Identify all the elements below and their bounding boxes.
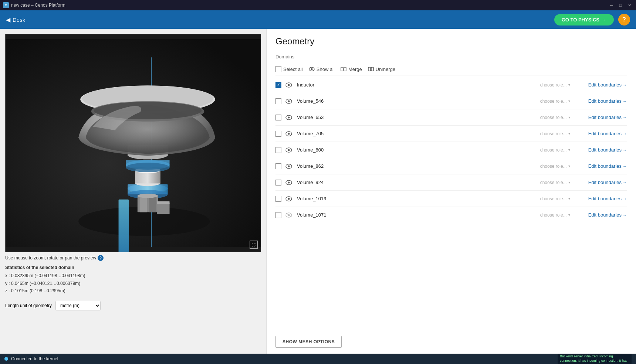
arrow-right-icon: → bbox=[623, 164, 627, 169]
svg-rect-11 bbox=[140, 196, 147, 212]
domain-checkbox[interactable] bbox=[275, 212, 281, 218]
domain-list: Inductorchoose role...▾Edit boundaries→ … bbox=[275, 77, 627, 330]
show-all-icon bbox=[309, 66, 315, 72]
merge-label: Merge bbox=[348, 67, 362, 72]
svg-rect-3 bbox=[119, 200, 129, 252]
expand-icon[interactable]: ⛶ bbox=[250, 241, 258, 249]
domain-checkbox[interactable] bbox=[275, 131, 281, 137]
domain-visibility-icon[interactable] bbox=[285, 98, 292, 105]
edit-boundaries-button[interactable]: Edit boundaries→ bbox=[588, 212, 627, 218]
domain-name: Volume_862 bbox=[297, 163, 540, 169]
stat-x: x : 0.082395m (−0.041198…0.041198m) bbox=[5, 272, 261, 279]
role-dropdown[interactable]: choose role...▾ bbox=[540, 131, 581, 136]
hint-row: Use mouse to zoom, rotate or pan the pre… bbox=[5, 255, 261, 261]
domain-checkbox[interactable] bbox=[275, 115, 281, 120]
domain-checkbox[interactable] bbox=[275, 180, 281, 186]
edit-boundaries-button[interactable]: Edit boundaries→ bbox=[588, 115, 627, 120]
domain-checkbox[interactable] bbox=[275, 163, 281, 169]
arrow-right-icon: → bbox=[602, 17, 606, 23]
nav-actions: GO TO PHYSICS → ? bbox=[554, 14, 630, 25]
domain-visibility-icon[interactable] bbox=[285, 81, 292, 89]
back-label: Desk bbox=[13, 17, 25, 23]
unmerge-label: Unmerge bbox=[376, 67, 395, 72]
arrow-right-icon: → bbox=[623, 212, 627, 218]
role-dropdown[interactable]: choose role...▾ bbox=[540, 180, 581, 185]
nav-bar: ◀ Desk GO TO PHYSICS → ? bbox=[0, 10, 636, 29]
role-dropdown[interactable]: choose role...▾ bbox=[540, 115, 581, 120]
show-all-label: Show all bbox=[317, 67, 335, 72]
edit-boundaries-button[interactable]: Edit boundaries→ bbox=[588, 163, 627, 169]
domain-visibility-icon[interactable] bbox=[285, 163, 292, 170]
stats-section: Statistics of the selected domain x : 0.… bbox=[5, 264, 261, 295]
help-button[interactable]: ? bbox=[618, 14, 630, 25]
arrow-right-icon: → bbox=[623, 131, 627, 136]
app-icon: C bbox=[3, 2, 9, 8]
role-dropdown[interactable]: choose role...▾ bbox=[540, 164, 581, 169]
svg-rect-27 bbox=[341, 67, 343, 71]
domain-checkbox[interactable] bbox=[275, 196, 281, 202]
title-bar: C new case – Cenos Platform ─ □ ✕ bbox=[0, 0, 636, 10]
minimize-button[interactable]: ─ bbox=[608, 2, 615, 8]
go-to-physics-button[interactable]: GO TO PHYSICS → bbox=[554, 14, 614, 25]
domain-name: Volume_653 bbox=[297, 115, 540, 120]
domain-visibility-icon[interactable] bbox=[285, 146, 292, 154]
show-mesh-options-button[interactable]: SHOW MESH OPTIONS bbox=[275, 336, 342, 348]
domain-visibility-icon[interactable] bbox=[285, 179, 292, 186]
unmerge-icon bbox=[368, 66, 374, 72]
edit-boundaries-button[interactable]: Edit boundaries→ bbox=[588, 98, 627, 104]
role-dropdown[interactable]: choose role...▾ bbox=[540, 82, 581, 88]
edit-boundaries-button[interactable]: Edit boundaries→ bbox=[588, 180, 627, 185]
domain-checkbox[interactable] bbox=[275, 98, 281, 104]
status-left: Connected to the kernel bbox=[4, 356, 58, 361]
svg-point-49 bbox=[288, 198, 290, 200]
role-dropdown[interactable]: choose role...▾ bbox=[540, 147, 581, 153]
viewport-panel: ⛶ Use mouse to zoom, rotate or pan the p… bbox=[0, 29, 266, 354]
domain-row: Volume_653choose role...▾Edit boundaries… bbox=[275, 109, 627, 126]
close-button[interactable]: ✕ bbox=[626, 2, 633, 8]
edit-boundaries-button[interactable]: Edit boundaries→ bbox=[588, 147, 627, 153]
domain-row: Volume_1071choose role...▾Edit boundarie… bbox=[275, 207, 627, 223]
status-indicator bbox=[4, 357, 8, 361]
chevron-down-icon: ▾ bbox=[568, 99, 570, 103]
arrow-right-icon: → bbox=[623, 180, 627, 185]
select-all-item[interactable]: Select all bbox=[275, 66, 303, 72]
svg-rect-28 bbox=[344, 67, 346, 71]
unmerge-item[interactable]: Unmerge bbox=[368, 66, 395, 72]
chevron-down-icon: ▾ bbox=[568, 148, 570, 152]
arrow-right-icon: → bbox=[623, 99, 627, 104]
svg-point-13 bbox=[138, 194, 158, 198]
merge-item[interactable]: Merge bbox=[341, 66, 362, 72]
arrow-right-icon: → bbox=[623, 82, 627, 88]
domain-row: Volume_924choose role...▾Edit boundaries… bbox=[275, 174, 627, 191]
arrow-right-icon: → bbox=[623, 115, 627, 120]
hint-help-icon[interactable]: ? bbox=[98, 255, 104, 261]
domain-checkbox[interactable] bbox=[275, 82, 281, 88]
back-button[interactable]: ◀ Desk bbox=[6, 16, 25, 23]
svg-point-35 bbox=[288, 84, 290, 86]
domain-visibility-icon[interactable] bbox=[285, 114, 292, 121]
domain-row: Inductorchoose role...▾Edit boundaries→ bbox=[275, 77, 627, 93]
domain-visibility-icon[interactable] bbox=[285, 195, 292, 203]
domain-name: Inductor bbox=[297, 82, 540, 88]
edit-boundaries-button[interactable]: Edit boundaries→ bbox=[588, 131, 627, 136]
viewport[interactable]: ⛶ bbox=[5, 34, 261, 252]
length-unit-select[interactable]: metre (m) centimetre (cm) millimetre (mm… bbox=[55, 301, 101, 310]
role-dropdown[interactable]: choose role...▾ bbox=[540, 212, 581, 218]
domain-row: Volume_862choose role...▾Edit boundaries… bbox=[275, 158, 627, 174]
back-arrow-icon: ◀ bbox=[6, 16, 10, 23]
select-all-checkbox[interactable] bbox=[275, 66, 281, 72]
hint-label: Use mouse to zoom, rotate or pan the pre… bbox=[5, 255, 96, 261]
arrow-right-icon: → bbox=[623, 196, 627, 201]
edit-boundaries-button[interactable]: Edit boundaries→ bbox=[588, 82, 627, 88]
role-dropdown[interactable]: choose role...▾ bbox=[540, 99, 581, 104]
domain-visibility-icon[interactable] bbox=[285, 130, 292, 137]
svg-rect-12 bbox=[149, 196, 156, 212]
svg-rect-24 bbox=[157, 201, 170, 204]
role-dropdown[interactable]: choose role...▾ bbox=[540, 196, 581, 201]
show-all-item[interactable]: Show all bbox=[309, 66, 335, 72]
edit-boundaries-button[interactable]: Edit boundaries→ bbox=[588, 196, 627, 201]
svg-point-37 bbox=[288, 100, 290, 102]
domain-visibility-icon[interactable] bbox=[285, 211, 292, 219]
domain-checkbox[interactable] bbox=[275, 147, 281, 153]
maximize-button[interactable]: □ bbox=[617, 2, 624, 8]
